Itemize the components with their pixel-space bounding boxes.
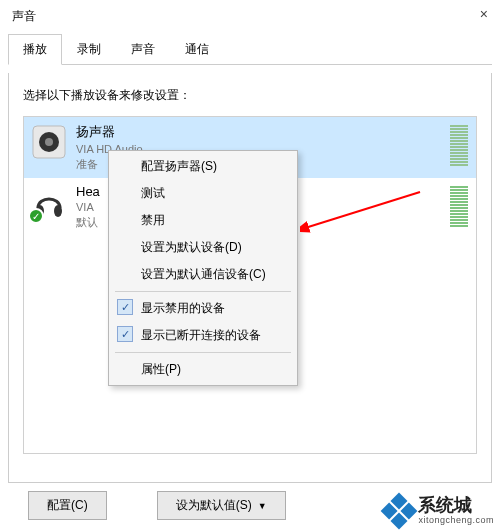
menu-configure-speakers[interactable]: 配置扬声器(S) xyxy=(111,153,295,180)
svg-line-5 xyxy=(305,192,420,228)
tab-playback[interactable]: 播放 xyxy=(8,34,62,65)
menu-separator xyxy=(115,291,291,292)
button-label: 设为默认值(S) xyxy=(176,497,252,514)
window-titlebar: 声音 × xyxy=(0,0,500,29)
tab-communications[interactable]: 通信 xyxy=(170,34,224,65)
menu-separator xyxy=(115,352,291,353)
speaker-icon xyxy=(32,125,66,159)
default-check-icon: ✓ xyxy=(28,208,44,224)
device-name: 扬声器 xyxy=(76,123,440,141)
set-default-button[interactable]: 设为默认值(S) ▼ xyxy=(157,491,286,520)
tab-recording[interactable]: 录制 xyxy=(62,34,116,65)
watermark: 系统城 xitongcheng.com xyxy=(386,496,494,526)
configure-button[interactable]: 配置(C) xyxy=(28,491,107,520)
watermark-text: 系统城 xitongcheng.com xyxy=(418,496,494,526)
svg-point-2 xyxy=(45,138,53,146)
instruction-text: 选择以下播放设备来修改设置： xyxy=(23,87,477,104)
window-title-text: 声音 xyxy=(12,9,36,23)
svg-point-4 xyxy=(54,205,62,217)
button-label: 配置(C) xyxy=(47,497,88,514)
menu-test[interactable]: 测试 xyxy=(111,180,295,207)
menu-label: 显示已断开连接的设备 xyxy=(141,328,261,342)
menu-show-disabled[interactable]: ✓ 显示禁用的设备 xyxy=(111,295,295,322)
level-meter xyxy=(450,186,468,227)
level-meter xyxy=(450,125,468,166)
menu-properties[interactable]: 属性(P) xyxy=(111,356,295,383)
menu-set-default-comm[interactable]: 设置为默认通信设备(C) xyxy=(111,261,295,288)
chevron-down-icon: ▼ xyxy=(258,501,267,511)
menu-show-disconnected[interactable]: ✓ 显示已断开连接的设备 xyxy=(111,322,295,349)
annotation-arrow-icon xyxy=(300,190,430,240)
headphone-icon: ✓ xyxy=(32,186,66,220)
tab-strip: 播放 录制 声音 通信 xyxy=(8,33,492,65)
checkmark-icon: ✓ xyxy=(117,326,133,342)
watermark-logo-icon xyxy=(381,493,418,530)
menu-disable[interactable]: 禁用 xyxy=(111,207,295,234)
tab-sounds[interactable]: 声音 xyxy=(116,34,170,65)
watermark-en: xitongcheng.com xyxy=(418,516,494,526)
menu-set-default[interactable]: 设置为默认设备(D) xyxy=(111,234,295,261)
context-menu: 配置扬声器(S) 测试 禁用 设置为默认设备(D) 设置为默认通信设备(C) ✓… xyxy=(108,150,298,386)
menu-label: 显示禁用的设备 xyxy=(141,301,225,315)
close-icon[interactable]: × xyxy=(480,6,488,22)
checkmark-icon: ✓ xyxy=(117,299,133,315)
watermark-cn: 系统城 xyxy=(418,496,494,516)
